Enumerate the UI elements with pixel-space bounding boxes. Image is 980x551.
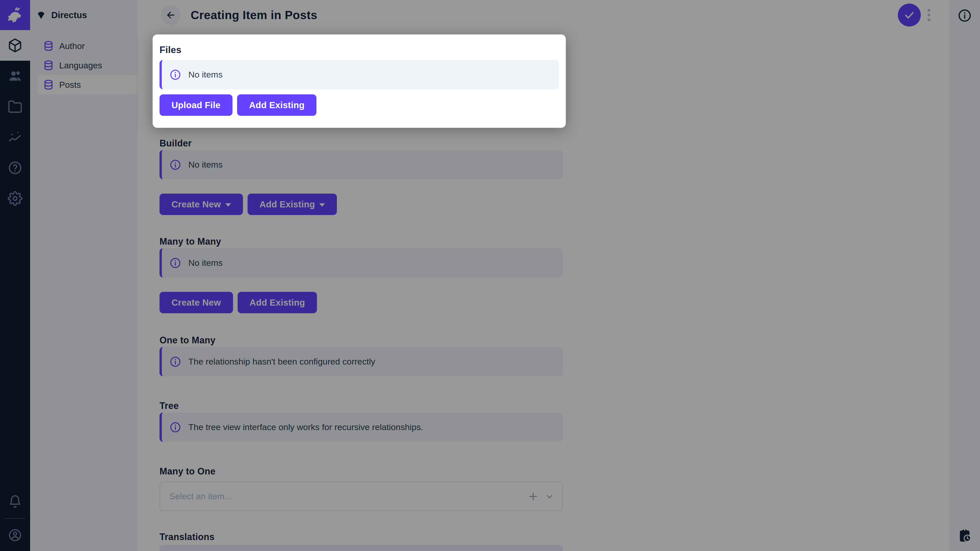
field-label: Files [159,44,559,56]
files-field-card: Files No items Upload File Add Existing [153,35,566,128]
add-existing-button[interactable]: Add Existing [237,94,317,116]
notice: No items [159,60,559,89]
info-circle-icon [169,69,181,81]
upload-file-button[interactable]: Upload File [159,94,232,116]
notice-text: No items [188,70,223,79]
